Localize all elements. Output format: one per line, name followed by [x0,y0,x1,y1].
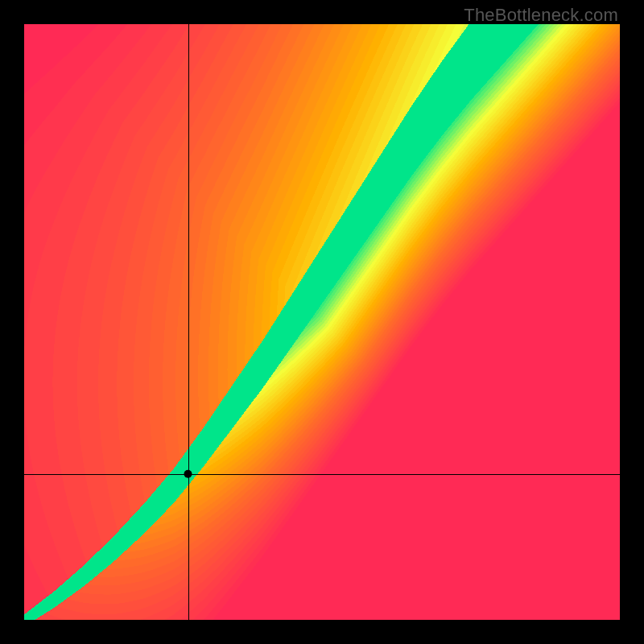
bottleneck-heatmap [0,0,644,644]
watermark: TheBottleneck.com [464,5,618,26]
